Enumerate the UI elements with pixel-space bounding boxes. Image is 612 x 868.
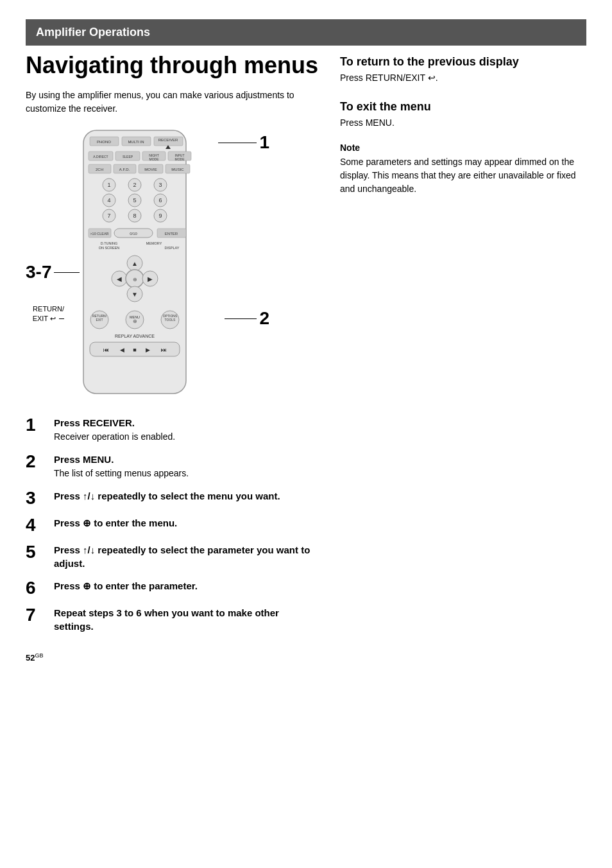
svg-text:DISPLAY: DISPLAY [165,246,180,250]
svg-text:D.TUNING: D.TUNING [101,241,118,245]
svg-text:ON SCREEN: ON SCREEN [99,246,120,250]
step-5-title: Press ↑/↓ repeatedly to select the param… [54,544,310,569]
steps-section: 1 Press RECEIVER. Receiver operation is … [26,416,321,632]
svg-text:0/10: 0/10 [130,232,137,236]
remote-diagram: PHONO MULTI IN RECEIVER A.DIRECT SLEEP N… [26,127,269,410]
page-suffix: GB [35,652,43,659]
svg-text:TOOLS: TOOLS [165,318,176,322]
svg-text:7: 7 [107,213,110,219]
step-2-num: 2 [26,453,49,471]
callout-label-37: 3-7 [26,262,51,282]
svg-text:MODE: MODE [175,157,185,161]
step-1-title: Press RECEIVER. [54,417,135,428]
header-title: Amplifier Operations [36,26,150,39]
svg-text:▲: ▲ [132,260,138,267]
svg-text:2CH: 2CH [96,168,103,171]
svg-text:MOVIE: MOVIE [144,168,157,171]
svg-text:MULTI IN: MULTI IN [128,140,144,144]
svg-text:⏭: ⏭ [161,347,167,353]
svg-text:⏮: ⏮ [103,347,109,353]
svg-text:MODE: MODE [149,157,160,161]
step-3-title: Press ↑/↓ repeatedly to select the menu … [54,490,280,501]
svg-text:PHONO: PHONO [97,140,111,144]
step-3-content: Press ↑/↓ repeatedly to select the menu … [54,489,280,503]
svg-text:A.DIRECT: A.DIRECT [93,155,108,159]
callout-2: 2 [225,308,269,329]
step-5: 5 Press ↑/↓ repeatedly to select the par… [26,543,321,570]
header-bar: Amplifier Operations [26,19,586,46]
step-4: 4 Press ⊕ to enter the menu. [26,516,321,534]
svg-text:REPLAY ADVANCE: REPLAY ADVANCE [115,334,155,338]
svg-text:▼: ▼ [132,291,138,298]
svg-text:▶: ▶ [148,275,153,282]
step-1-desc: Receiver operation is enabled. [54,431,175,442]
svg-text:EXIT: EXIT [96,318,103,322]
section1-title: To return to the previous display [340,55,586,69]
step-4-title: Press ⊕ to enter the menu. [54,517,177,528]
step-4-num: 4 [26,516,49,534]
section2-body: Press MENU. [340,116,586,130]
svg-text:4: 4 [107,197,110,204]
step-6-title: Press ⊕ to enter the parameter. [54,580,198,591]
callout-37: 3-7 [26,262,80,282]
svg-text:◀: ◀ [117,275,122,282]
section1-body: Press RETURN/EXIT ↩. [340,71,586,85]
right-column: To return to the previous display Press … [340,52,586,663]
step-4-content: Press ⊕ to enter the menu. [54,516,177,530]
section2-title: To exit the menu [340,100,586,114]
remote-svg: PHONO MULTI IN RECEIVER A.DIRECT SLEEP N… [71,127,199,397]
step-3-num: 3 [26,489,49,507]
svg-text:SLEEP: SLEEP [123,155,133,159]
step-7-content: Repeat steps 3 to 6 when you want to mak… [54,606,321,633]
svg-text:5: 5 [133,197,136,204]
step-7-title: Repeat steps 3 to 6 when you want to mak… [54,607,279,632]
step-1-content: Press RECEIVER. Receiver operation is en… [54,416,175,444]
svg-text:ENTER: ENTER [165,232,178,236]
step-6-content: Press ⊕ to enter the parameter. [54,579,198,593]
svg-text:⊕: ⊕ [133,318,137,324]
svg-text:3: 3 [158,182,162,188]
step-5-content: Press ↑/↓ repeatedly to select the param… [54,543,321,570]
svg-text:▶: ▶ [146,347,150,353]
svg-text:9: 9 [158,213,162,219]
step-6-num: 6 [26,579,49,597]
svg-text:1: 1 [107,182,110,188]
note-title: Note [340,143,586,153]
svg-text:>10 CLEAR: >10 CLEAR [90,232,108,236]
svg-text:MUSIC: MUSIC [171,168,184,171]
step-5-num: 5 [26,543,49,561]
svg-text:2: 2 [133,182,136,188]
svg-text:A.F.D.: A.F.D. [119,168,130,171]
callout-label-2: 2 [259,308,269,329]
svg-text:8: 8 [133,213,136,219]
page-title: Navigating through menus [26,52,321,78]
step-6: 6 Press ⊕ to enter the parameter. [26,579,321,597]
callout-label-1: 1 [259,132,269,153]
step-1: 1 Press RECEIVER. Receiver operation is … [26,416,321,444]
step-2-title: Press MENU. [54,454,114,465]
svg-text:6: 6 [158,197,162,204]
step-3: 3 Press ↑/↓ repeatedly to select the men… [26,489,321,507]
step-1-num: 1 [26,416,49,434]
step-7-num: 7 [26,606,49,624]
return-exit-label: RETURN/EXIT ↩ [26,304,64,323]
svg-text:■: ■ [133,347,136,353]
svg-text:◀: ◀ [120,347,124,353]
page-num-value: 52 [26,653,35,663]
note-body: Some parameters and settings may appear … [340,155,586,196]
svg-text:RECEIVER: RECEIVER [158,138,178,142]
step-2: 2 Press MENU. The list of setting menus … [26,453,321,480]
step-7: 7 Repeat steps 3 to 6 when you want to m… [26,606,321,633]
intro-text: By using the amplifier menus, you can ma… [26,89,321,116]
page-number: 52GB [26,652,321,663]
step-2-content: Press MENU. The list of setting menus ap… [54,453,189,480]
callout-1: 1 [218,132,269,153]
return-label-text: RETURN/EXIT ↩ [33,305,64,322]
svg-text:MEMORY: MEMORY [146,241,162,245]
step-2-desc: The list of setting menus appears. [54,468,189,478]
svg-text:⊕: ⊕ [133,277,137,282]
left-column: Navigating through menus By using the am… [26,52,321,663]
